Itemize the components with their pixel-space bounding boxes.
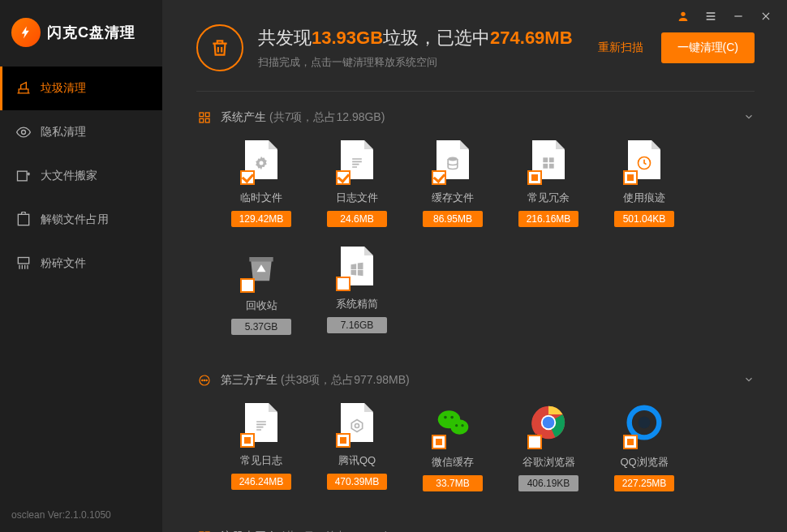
svg-point-33 — [543, 417, 555, 429]
item-name: 系统精简 — [316, 297, 398, 311]
svg-rect-12 — [543, 157, 548, 162]
svg-point-21 — [204, 380, 204, 380]
svg-point-20 — [202, 380, 203, 380]
item-checkbox[interactable] — [336, 433, 350, 448]
item-name: QQ浏览器 — [604, 455, 685, 470]
item-checkbox[interactable] — [240, 278, 255, 293]
rescan-link[interactable]: 重新扫描 — [598, 41, 643, 55]
item-size: 7.16GB — [327, 317, 387, 333]
svg-rect-6 — [205, 113, 209, 117]
sidebar-item-label: 大文件搬家 — [41, 169, 97, 183]
sidebar-item-shred[interactable]: 粉碎文件 — [0, 242, 162, 285]
svg-point-10 — [260, 161, 264, 165]
cleanup-item[interactable]: 常见冗余216.16MB — [508, 140, 589, 227]
section-count: (共38项，总占977.98MB) — [281, 373, 410, 388]
item-size: 406.19KB — [518, 475, 578, 491]
item-checkbox[interactable] — [527, 435, 542, 449]
item-name: 微信缓存 — [412, 455, 493, 470]
item-grid: 临时文件129.42MB日志文件24.6MB缓存文件86.95MB常见冗余216… — [221, 140, 755, 354]
section-system: 系统产生 (共7项，总占12.98GB) 临时文件129.42MB日志文件24.… — [196, 109, 755, 354]
svg-rect-8 — [205, 118, 209, 122]
svg-point-35 — [639, 417, 651, 429]
item-name: 临时文件 — [221, 191, 302, 205]
item-size: 470.39MB — [327, 474, 387, 490]
broom-icon — [15, 79, 32, 97]
cleanup-item[interactable]: 系统精简7.16GB — [316, 247, 398, 335]
app-name: 闪克C盘清理 — [47, 23, 135, 42]
cleanup-item[interactable]: 缓存文件86.95MB — [412, 140, 493, 227]
eye-slash-icon — [15, 123, 32, 141]
item-checkbox[interactable] — [240, 433, 255, 448]
item-checkbox[interactable] — [240, 170, 255, 185]
version-label: osclean Ver:2.1.0.1050 — [11, 509, 111, 521]
item-size: 86.95MB — [423, 211, 483, 227]
cleanup-item[interactable]: 临时文件129.42MB — [221, 140, 302, 227]
svg-rect-5 — [200, 113, 204, 117]
chevron-down-icon — [743, 374, 755, 388]
item-size: 216.16MB — [518, 211, 578, 227]
cleanup-item[interactable]: QQ浏览器227.25MB — [604, 403, 685, 491]
svg-rect-15 — [549, 164, 554, 169]
item-checkbox[interactable] — [432, 170, 446, 185]
cleanup-item[interactable]: 谷歌浏览器406.19KB — [508, 403, 589, 491]
section-header[interactable]: 注册表冗余 (共2项，总占21.5KB) — [196, 529, 755, 532]
svg-point-26 — [450, 419, 468, 434]
cleanup-item[interactable]: 日志文件24.6MB — [316, 140, 398, 227]
item-name: 日志文件 — [316, 191, 398, 205]
svg-rect-2 — [18, 214, 28, 225]
sidebar-item-unlock[interactable]: 解锁文件占用 — [0, 198, 162, 242]
unlock-icon — [15, 211, 32, 229]
sidebar-item-label: 隐私清理 — [41, 125, 86, 139]
item-checkbox[interactable] — [336, 277, 350, 291]
item-name: 回收站 — [221, 298, 302, 313]
svg-point-30 — [461, 424, 463, 427]
section-thirdparty: 第三方产生 (共38项，总占977.98MB) 常见日志246.24MB腾讯QQ… — [196, 372, 755, 511]
item-checkbox[interactable] — [432, 435, 446, 449]
clean-button[interactable]: 一键清理(C) — [661, 32, 755, 63]
item-checkbox[interactable] — [336, 170, 350, 185]
section-title: 第三方产生 — [221, 373, 277, 388]
trash-icon — [196, 24, 243, 71]
main-panel: 共发现13.93GB垃圾，已选中274.69MB 扫描完成，点击一键清理释放系统… — [162, 0, 787, 532]
sidebar-item-privacy[interactable]: 隐私清理 — [0, 110, 162, 154]
item-size: 227.25MB — [614, 475, 674, 491]
item-name: 常见日志 — [221, 453, 302, 468]
cleanup-item[interactable]: 微信缓存33.7MB — [412, 403, 493, 491]
move-icon — [15, 167, 32, 185]
item-size: 129.42MB — [231, 211, 291, 227]
section-header[interactable]: 系统产生 (共7项，总占12.98GB) — [196, 109, 755, 126]
item-checkbox[interactable] — [527, 170, 542, 185]
chevron-down-icon — [743, 111, 755, 125]
grid-icon — [196, 109, 213, 126]
cleanup-item[interactable]: 腾讯QQ470.39MB — [316, 403, 398, 491]
svg-point-22 — [206, 380, 207, 380]
svg-rect-13 — [549, 157, 554, 162]
sidebar-item-label: 粉碎文件 — [41, 256, 86, 271]
sidebar-item-label: 垃圾清理 — [41, 81, 86, 96]
cleanup-item[interactable]: 常见日志246.24MB — [221, 403, 302, 491]
sidebar-item-junk-clean[interactable]: 垃圾清理 — [0, 66, 162, 110]
svg-rect-17 — [249, 257, 273, 262]
item-name: 缓存文件 — [412, 191, 493, 205]
svg-point-24 — [355, 424, 359, 428]
svg-point-28 — [450, 416, 454, 419]
item-size: 24.6MB — [327, 211, 387, 227]
section-count: (共7项，总占12.98GB) — [269, 110, 385, 125]
item-checkbox[interactable] — [623, 170, 638, 185]
item-size: 5.37GB — [231, 319, 291, 335]
item-name: 腾讯QQ — [316, 453, 398, 468]
sidebar-item-bigfile[interactable]: 大文件搬家 — [0, 154, 162, 198]
summary-title: 共发现13.93GB垃圾，已选中274.69MB — [258, 26, 598, 50]
summary-subtitle: 扫描完成，点击一键清理释放系统空间 — [258, 55, 598, 70]
svg-rect-3 — [18, 258, 28, 264]
svg-point-29 — [455, 424, 458, 427]
svg-point-0 — [22, 131, 26, 135]
section-title: 系统产生 — [221, 110, 266, 125]
svg-rect-1 — [18, 171, 28, 181]
item-size: 501.04KB — [614, 211, 674, 227]
item-checkbox[interactable] — [623, 435, 638, 449]
svg-rect-7 — [200, 118, 204, 122]
cleanup-item[interactable]: 使用痕迹501.04KB — [604, 140, 685, 227]
cleanup-item[interactable]: 回收站5.37GB — [221, 247, 302, 335]
section-header[interactable]: 第三方产生 (共38项，总占977.98MB) — [196, 372, 755, 388]
